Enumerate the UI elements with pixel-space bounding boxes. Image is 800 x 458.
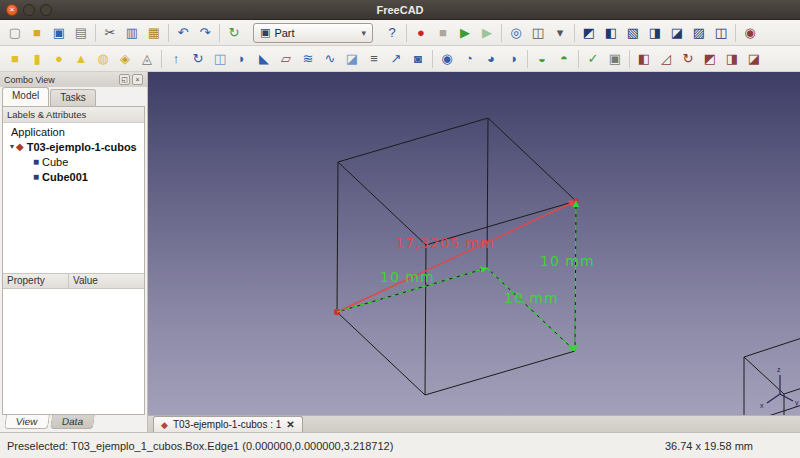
part-cylinder-icon[interactable]: ▮	[26, 48, 48, 70]
window-maximize-button[interactable]	[40, 4, 52, 16]
part-revolve-icon[interactable]: ↻	[187, 48, 209, 70]
zoom-fit-all-icon[interactable]: ◎	[505, 22, 527, 44]
refresh-icon[interactable]: ↻	[223, 22, 245, 44]
part-boolean-icon[interactable]: ◉	[436, 48, 458, 70]
part-union-icon[interactable]: ◕	[480, 48, 502, 70]
measure-toggle-delta-icon[interactable]: ◪	[743, 48, 765, 70]
measure-linear-icon[interactable]: ◧	[633, 48, 655, 70]
part-fillet-icon[interactable]: ◗	[231, 48, 253, 70]
workbench-icon: ▣	[260, 26, 270, 39]
tree-item-icon: ◆	[16, 141, 24, 152]
whats-this-icon[interactable]: ?	[381, 22, 403, 44]
view-right-icon[interactable]: ◨	[644, 22, 666, 44]
part-offset-icon[interactable]: ↗	[385, 48, 407, 70]
tree-item-application[interactable]: Application	[3, 124, 144, 139]
property-column-header[interactable]: Property	[3, 274, 69, 288]
undo-icon[interactable]: ↶	[172, 22, 194, 44]
measure-clear-icon[interactable]: ◩	[699, 48, 721, 70]
tree-item-cube001[interactable]: ■ Cube001	[3, 169, 144, 184]
tree-item-cube[interactable]: ■ Cube	[3, 154, 144, 169]
measure-distance-icon[interactable]: ◉	[739, 22, 761, 44]
toolbar-separator	[735, 24, 736, 42]
window-minimize-button[interactable]	[23, 4, 35, 16]
part-cross-sections-icon[interactable]: ≡	[363, 48, 385, 70]
tree-item-label: T03-ejemplo-1-cubos	[27, 141, 137, 153]
part-sweep-icon[interactable]: ∿	[319, 48, 341, 70]
toolbar-separator	[578, 50, 579, 68]
view-top-icon[interactable]: ▧	[622, 22, 644, 44]
macro-play-icon[interactable]: ▶	[454, 22, 476, 44]
toolbar-separator	[168, 24, 169, 42]
view-left-icon[interactable]: ◫	[710, 22, 732, 44]
axis-cross-indicator	[767, 375, 793, 403]
document-tab[interactable]: ◆ T03-ejemplo-1-cubos : 1 ✕	[153, 416, 303, 432]
part-ruled-surface-icon[interactable]: ▱	[275, 48, 297, 70]
view-rear-icon[interactable]: ◪	[666, 22, 688, 44]
part-shapebuilder-icon[interactable]: ◬	[136, 48, 158, 70]
toolbar-separator	[501, 24, 502, 42]
toolbar-separator	[406, 24, 407, 42]
save-icon[interactable]: ▣	[48, 22, 70, 44]
tree-expander-icon[interactable]: ▾	[10, 142, 14, 151]
main-area: Combo View ◱ × Model Tasks Labels & Attr…	[0, 72, 800, 432]
defeaturing-icon[interactable]: ▣	[604, 48, 626, 70]
macro-debug-icon[interactable]: ▶	[476, 22, 498, 44]
part-join-connect-icon[interactable]: ◒	[531, 48, 553, 70]
title-bar: × FreeCAD	[0, 0, 800, 20]
part-cut-icon[interactable]: ◔	[458, 48, 480, 70]
toolbar-part-workbench: ■ ▮ ● ▲ ◍ ◈ ◬ ↑ ↻ ◫ ◗ ◣	[0, 46, 800, 72]
toolbar-separator	[432, 50, 433, 68]
panel-close-icon[interactable]: ×	[132, 74, 143, 85]
redo-icon[interactable]: ↷	[194, 22, 216, 44]
draw-style-icon[interactable]: ◫	[527, 22, 549, 44]
part-chamfer-icon[interactable]: ◣	[253, 48, 275, 70]
axis-label-x: x	[760, 402, 764, 409]
3d-viewport[interactable]: 17,3205 mm 10 mm 10 mm 10 mm z x y	[148, 72, 800, 415]
part-box-icon[interactable]: ■	[4, 48, 26, 70]
tab-model[interactable]: Model	[2, 87, 49, 106]
view-bottom-icon[interactable]: ▨	[688, 22, 710, 44]
second-cube-wireframe[interactable]	[744, 335, 800, 415]
measure-toggle-3d-icon[interactable]: ◨	[721, 48, 743, 70]
copy-icon[interactable]: ▥	[121, 22, 143, 44]
part-thickness-icon[interactable]: ◙	[407, 48, 429, 70]
cursor-dimension-readout: 36.74 x 19.58 mm	[665, 440, 793, 452]
new-document-icon[interactable]: ▢	[4, 22, 26, 44]
part-intersection-icon[interactable]: ◑	[502, 48, 524, 70]
workbench-selector[interactable]: ▣ Part ▾	[253, 23, 373, 43]
measure-refresh-icon[interactable]: ↻	[677, 48, 699, 70]
macro-record-icon[interactable]: ●	[410, 22, 432, 44]
tab-data[interactable]: Data	[50, 415, 95, 429]
panel-float-icon[interactable]: ◱	[119, 74, 130, 85]
combo-view-title: Combo View	[4, 75, 117, 85]
value-column-header[interactable]: Value	[69, 274, 102, 288]
view-isometric-icon[interactable]: ◩	[578, 22, 600, 44]
part-mirror-icon[interactable]: ◫	[209, 48, 231, 70]
part-sphere-icon[interactable]: ●	[48, 48, 70, 70]
tab-tasks[interactable]: Tasks	[50, 89, 96, 106]
part-torus-icon[interactable]: ◍	[92, 48, 114, 70]
draw-style-arrow-icon[interactable]: ▾	[549, 22, 571, 44]
paste-icon[interactable]: ▦	[143, 22, 165, 44]
cut-icon[interactable]: ✂	[99, 22, 121, 44]
part-extrude-icon[interactable]: ↑	[165, 48, 187, 70]
status-message: Preselected: T03_ejemplo_1_cubos.Box.Edg…	[7, 440, 665, 452]
print-icon[interactable]: ▤	[70, 22, 92, 44]
tree-item-document[interactable]: ▾ ◆ T03-ejemplo-1-cubos	[3, 139, 144, 154]
tab-close-icon[interactable]: ✕	[286, 419, 294, 430]
open-folder-icon[interactable]: ■	[26, 22, 48, 44]
check-geometry-icon[interactable]: ✓	[582, 48, 604, 70]
macro-stop-icon[interactable]: ■	[432, 22, 454, 44]
tab-view[interactable]: View	[4, 415, 49, 429]
part-loft-icon[interactable]: ≋	[297, 48, 319, 70]
dimension-label-edge-vertical: 10 mm	[540, 253, 595, 269]
axis-label-z: z	[777, 366, 781, 373]
measure-angular-icon[interactable]: ◿	[655, 48, 677, 70]
window-close-button[interactable]: ×	[6, 4, 18, 16]
part-section-icon[interactable]: ◪	[341, 48, 363, 70]
part-join-embed-icon[interactable]: ◓	[553, 48, 575, 70]
part-primitives-icon[interactable]: ◈	[114, 48, 136, 70]
property-table-body	[3, 289, 144, 414]
part-cone-icon[interactable]: ▲	[70, 48, 92, 70]
view-front-icon[interactable]: ◧	[600, 22, 622, 44]
